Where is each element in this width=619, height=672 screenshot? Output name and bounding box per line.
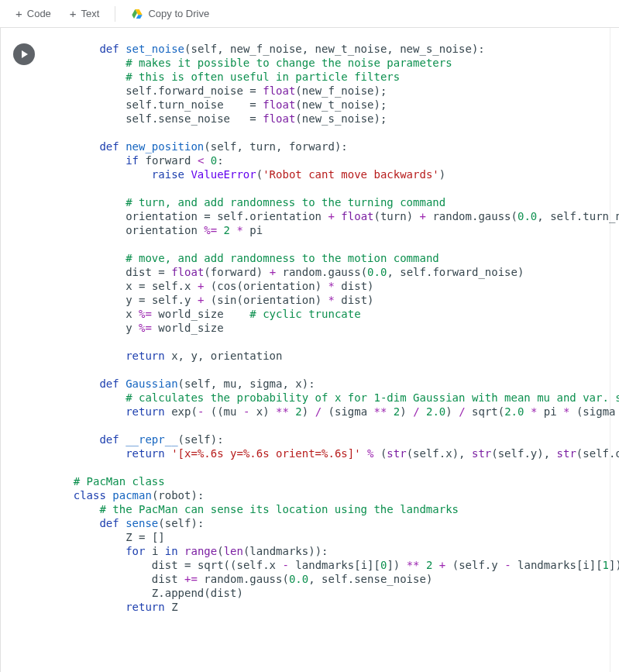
add-code-label: Code — [27, 8, 51, 19]
run-column — [1, 42, 47, 672]
run-cell-button[interactable] — [13, 43, 35, 65]
add-text-label: Text — [81, 8, 100, 19]
plus-icon: + — [70, 8, 77, 19]
copy-to-drive-button[interactable]: Copy to Drive — [123, 3, 217, 25]
toolbar-separator — [115, 6, 115, 22]
drive-icon — [131, 8, 143, 20]
plus-icon: + — [15, 8, 22, 19]
copy-to-drive-label: Copy to Drive — [148, 8, 209, 19]
add-code-cell-button[interactable]: + Code — [8, 3, 59, 24]
notebook-main: def set_noise(self, new_f_noise, new_t_n… — [0, 28, 619, 672]
code-editor[interactable]: def set_noise(self, new_f_noise, new_t_n… — [47, 42, 619, 672]
add-text-cell-button[interactable]: + Text — [62, 3, 108, 24]
play-icon — [22, 50, 28, 58]
notebook-toolbar: + Code + Text Copy to Drive — [0, 0, 619, 28]
code-cell[interactable]: def set_noise(self, new_f_noise, new_t_n… — [1, 28, 619, 672]
